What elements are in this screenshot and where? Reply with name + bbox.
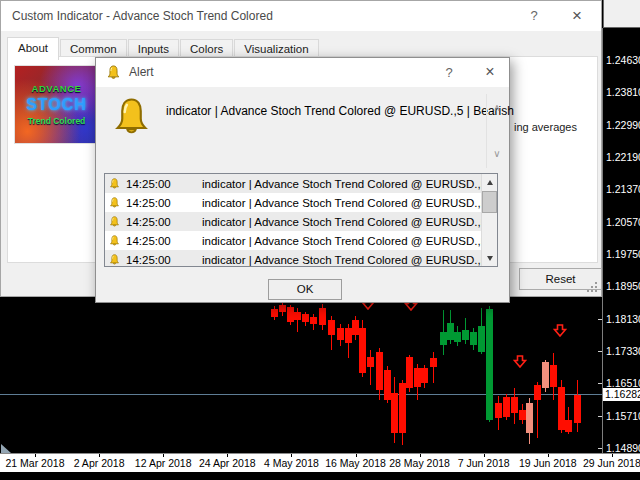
price-axis-label: 1.17330 [606,345,640,357]
date-axis-label: 21 Mar 2018 [6,457,65,469]
scroll-up-icon[interactable]: ∧ [488,102,506,113]
candle-body [511,397,518,413]
help-icon[interactable]: ? [440,58,458,87]
date-axis-tick [291,454,292,457]
candle-body [519,410,526,420]
date-axis-label: 2 Apr 2018 [74,457,125,469]
bell-icon [109,235,120,247]
date-axis-label: 28 May 2018 [389,457,450,469]
scrollbar-down-button[interactable] [482,250,498,266]
candle-body [376,352,383,390]
alert-message: indicator | Advance Stoch Trend Colored … [166,104,514,118]
candle-body [345,328,352,343]
candle-body [447,323,454,340]
scroll-down-icon[interactable]: ∨ [488,148,506,159]
close-icon[interactable]: × [477,58,503,86]
candle-body [287,307,294,322]
price-axis-label: 1.23810 [606,86,640,98]
message-scroll-separator [486,94,487,168]
candle-body [302,314,309,322]
price-axis-label: 1.18950 [606,280,640,292]
bell-icon [109,178,120,190]
current-price-line [0,394,602,395]
alert-row[interactable]: 14:25:00indicator | Advance Stoch Trend … [105,250,497,267]
candle-body [359,328,366,373]
date-axis-lower-strip [0,472,640,480]
candle-body [279,305,286,312]
candle-body [542,362,549,388]
candle-body [421,368,428,383]
ok-button[interactable]: OK [268,279,342,300]
candle-body [550,365,557,387]
bell-icon [109,235,120,247]
signal-arrow [553,323,567,336]
alert-row[interactable]: 14:25:00indicator | Advance Stoch Trend … [105,174,497,193]
tab-about[interactable]: About [7,37,59,60]
alert-row[interactable]: 14:25:00indicator | Advance Stoch Trend … [105,231,497,250]
price-axis-tick [598,351,602,352]
candle-body [574,395,581,423]
bell-icon [109,197,120,209]
help-icon[interactable]: ? [525,1,543,31]
candle-body [462,330,469,340]
main-dialog-titlebar[interactable]: Custom Indicator - Advance Stoch Trend C… [1,1,601,31]
date-axis-label: 7 Jun 2018 [458,457,510,469]
alert-rows: 14:25:00indicator | Advance Stoch Trend … [105,174,497,267]
candle-wick [370,350,371,385]
date-axis-tick [163,454,164,457]
candle-body [352,320,359,335]
dialog-title: Custom Indicator - Advance Stoch Trend C… [12,1,273,31]
price-axis-label: 1.15710 [606,410,640,422]
chart-shift-triangle-icon[interactable] [1,444,11,453]
alert-dialog: Alert ? × indicator | Advance Stoch Tren… [95,57,510,303]
scrollbar-thumb[interactable] [482,191,497,213]
indicator-logo: ADVANCE STOCH Trend Colored [14,65,99,144]
candle-wick [433,352,434,383]
bell-icon [106,65,121,81]
candle-body [503,397,510,417]
alert-text: indicator | Advance Stoch Trend Colored … [202,254,497,266]
candle-body [430,358,437,367]
candle-body [440,332,447,345]
price-axis-tick [598,448,602,449]
candle-body [271,309,278,317]
candle-body [486,309,493,420]
price-axis-label: 1.18130 [606,313,640,325]
alert-time: 14:25:00 [126,197,202,209]
resize-grip[interactable] [587,282,597,292]
logo-text-trend-colored: Trend Colored [28,116,86,126]
date-axis-label: 16 May 2018 [325,457,386,469]
date-axis-tick [548,454,549,457]
price-axis-label: 1.22990 [606,119,640,131]
alert-row[interactable]: 14:25:00indicator | Advance Stoch Trend … [105,212,497,231]
description-text-fragment: ing averages [514,121,577,133]
candle-body [565,420,572,432]
date-axis-tick [484,454,485,457]
date-axis-tick [35,454,36,457]
axis-corner-block [603,0,640,28]
date-axis-tick [612,454,613,457]
alert-title: Alert [129,58,154,87]
alert-bell-icon [113,97,150,143]
close-icon[interactable]: × [564,1,590,30]
bell-icon [109,254,120,266]
date-axis-label: 4 May 2018 [264,457,319,469]
bell-icon [109,216,120,228]
list-scrollbar[interactable] [481,174,497,266]
alert-titlebar[interactable]: Alert ? × [96,58,509,87]
alert-list[interactable]: 14:25:00indicator | Advance Stoch Trend … [104,173,498,267]
bell-icon [109,216,120,228]
candle-body [470,332,477,345]
scrollbar-up-button[interactable] [482,174,498,190]
alert-text: indicator | Advance Stoch Trend Colored … [202,216,497,228]
price-axis-label: 1.22190 [606,151,640,163]
price-axis-label: 1.19750 [606,248,640,260]
candle-body [367,357,374,367]
candle-body [294,312,301,320]
alert-text: indicator | Advance Stoch Trend Colored … [202,178,497,190]
date-axis-label: 24 Apr 2018 [199,457,256,469]
alert-row[interactable]: 14:25:00indicator | Advance Stoch Trend … [105,193,497,212]
alert-text: indicator | Advance Stoch Trend Colored … [202,197,497,209]
price-axis-label: 1.21370 [606,183,640,195]
alert-time: 14:25:00 [126,235,202,247]
